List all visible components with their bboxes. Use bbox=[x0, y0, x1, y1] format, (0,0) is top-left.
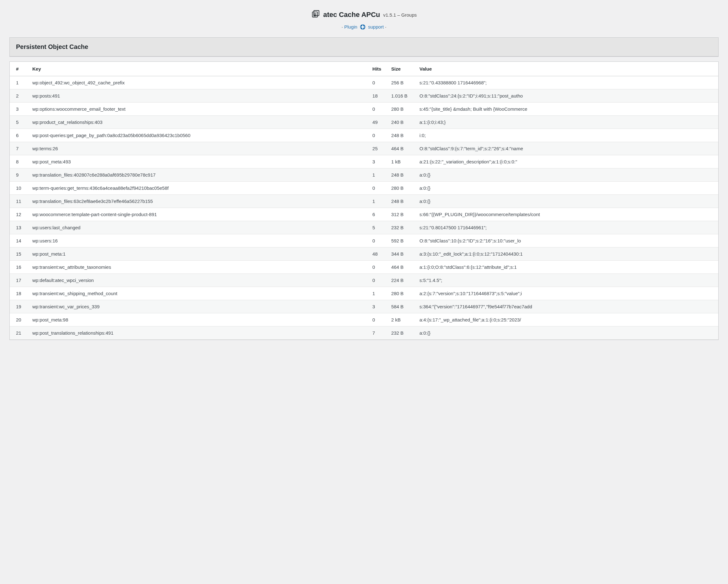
table-row: 9wp:translation_files:402807c6e288a0af69… bbox=[10, 168, 718, 182]
cell-num: 10 bbox=[10, 182, 29, 195]
cell-key: wp:woocommerce:template-part-content-sin… bbox=[29, 208, 369, 221]
cell-hits: 5 bbox=[369, 221, 388, 234]
cell-key: wp:post_meta:98 bbox=[29, 313, 369, 326]
cell-num: 21 bbox=[10, 326, 29, 340]
svg-rect-0 bbox=[312, 12, 317, 17]
cell-num: 11 bbox=[10, 195, 29, 208]
cell-value: i:0; bbox=[416, 129, 718, 142]
cell-key: wp:transient:wc_shipping_method_count bbox=[29, 287, 369, 300]
cell-size: 240 B bbox=[388, 116, 416, 129]
cell-size: 224 B bbox=[388, 274, 416, 287]
cell-size: 248 B bbox=[388, 168, 416, 182]
separator: · bbox=[342, 24, 343, 29]
cell-hits: 0 bbox=[369, 103, 388, 116]
table-row: 6wp:post-queries:get_page_by_path:0a8cd2… bbox=[10, 129, 718, 142]
cell-size: 280 B bbox=[388, 103, 416, 116]
col-header-num: # bbox=[10, 62, 29, 76]
cell-value: O:8:"stdClass":9:{s:7:"term_id";s:2:"26"… bbox=[416, 142, 718, 155]
cell-num: 7 bbox=[10, 142, 29, 155]
cell-key: wp:term-queries:get_terms:436c6a4ceaa88e… bbox=[29, 182, 369, 195]
plugin-link[interactable]: Plugin bbox=[344, 24, 357, 29]
cell-value: s:21:"0.80147500 1716446961"; bbox=[416, 221, 718, 234]
cell-hits: 1 bbox=[369, 287, 388, 300]
cell-num: 6 bbox=[10, 129, 29, 142]
cell-value: s:364:"{"version":"1716446977","f9e544f7… bbox=[416, 300, 718, 313]
cell-num: 2 bbox=[10, 89, 29, 103]
table-row: 14wp:users:160592 BO:8:"stdClass":10:{s:… bbox=[10, 234, 718, 247]
atec-logo-icon bbox=[311, 9, 320, 20]
cell-key: wp:translation_files:63c2ef8ae6e3c2b7eff… bbox=[29, 195, 369, 208]
table-row: 5wp:product_cat_relationships:40349240 B… bbox=[10, 116, 718, 129]
cell-hits: 6 bbox=[369, 208, 388, 221]
cell-key: wp:default:atec_wpci_version bbox=[29, 274, 369, 287]
cell-key: wp:posts:491 bbox=[29, 89, 369, 103]
cell-num: 17 bbox=[10, 274, 29, 287]
cell-value: a:0:{} bbox=[416, 326, 718, 340]
cell-size: 248 B bbox=[388, 129, 416, 142]
cell-value: a:1:{i:0;O:8:"stdClass":6:{s:12:"attribu… bbox=[416, 261, 718, 274]
cell-key: wp:options:woocommerce_email_footer_text bbox=[29, 103, 369, 116]
support-icon bbox=[360, 24, 366, 31]
cell-value: a:1:{i:0;i:43;} bbox=[416, 116, 718, 129]
col-header-key: Key bbox=[29, 62, 369, 76]
cell-num: 12 bbox=[10, 208, 29, 221]
cell-num: 1 bbox=[10, 76, 29, 89]
table-row: 1wp:object_492:wc_object_492_cache_prefi… bbox=[10, 76, 718, 89]
table-row: 12wp:woocommerce:template-part-content-s… bbox=[10, 208, 718, 221]
cell-size: 464 B bbox=[388, 261, 416, 274]
cache-table-wrap: # Key Hits Size Value 1wp:object_492:wc_… bbox=[9, 61, 719, 340]
cell-num: 18 bbox=[10, 287, 29, 300]
cell-value: s:66:"{{WP_PLUGIN_DIR}}/woocommerce/temp… bbox=[416, 208, 718, 221]
table-header-row: # Key Hits Size Value bbox=[10, 62, 718, 76]
separator: · bbox=[385, 24, 386, 29]
cell-hits: 0 bbox=[369, 234, 388, 247]
table-row: 2wp:posts:491181.016 BO:8:"stdClass":24:… bbox=[10, 89, 718, 103]
cell-value: s:21:"0.43388800 1716446968"; bbox=[416, 76, 718, 89]
cell-key: wp:translation_files:402807c6e288a0af695… bbox=[29, 168, 369, 182]
table-row: 7wp:terms:2625464 BO:8:"stdClass":9:{s:7… bbox=[10, 142, 718, 155]
cache-table: # Key Hits Size Value 1wp:object_492:wc_… bbox=[10, 62, 718, 340]
cell-value: a:2:{s:7:"version";s:10:"1716446873";s:5… bbox=[416, 287, 718, 300]
cell-value: a:3:{s:10:"_edit_lock";a:1:{i:0;s:12:"17… bbox=[416, 247, 718, 261]
cell-hits: 48 bbox=[369, 247, 388, 261]
cell-key: wp:product_cat_relationships:403 bbox=[29, 116, 369, 129]
cell-num: 15 bbox=[10, 247, 29, 261]
cell-num: 13 bbox=[10, 221, 29, 234]
cell-size: 312 B bbox=[388, 208, 416, 221]
cell-hits: 0 bbox=[369, 76, 388, 89]
cell-key: wp:post_meta:493 bbox=[29, 155, 369, 168]
cell-hits: 3 bbox=[369, 300, 388, 313]
cell-value: s:45:"{site_title} &mdash; Built with {W… bbox=[416, 103, 718, 116]
cell-size: 1.016 B bbox=[388, 89, 416, 103]
cell-value: a:21:{s:22:"_variation_description";a:1:… bbox=[416, 155, 718, 168]
cell-hits: 0 bbox=[369, 129, 388, 142]
cell-hits: 1 bbox=[369, 195, 388, 208]
cell-hits: 0 bbox=[369, 261, 388, 274]
panel-header: Persistent Object Cache bbox=[10, 37, 718, 56]
cell-key: wp:post_translations_relationships:491 bbox=[29, 326, 369, 340]
cell-key: wp:transient:wc_var_prices_339 bbox=[29, 300, 369, 313]
cell-size: 280 B bbox=[388, 182, 416, 195]
table-row: 16wp:transient:wc_attribute_taxonomies04… bbox=[10, 261, 718, 274]
cell-hits: 0 bbox=[369, 182, 388, 195]
cell-hits: 49 bbox=[369, 116, 388, 129]
cell-hits: 0 bbox=[369, 313, 388, 326]
table-row: 17wp:default:atec_wpci_version0224 Bs:5:… bbox=[10, 274, 718, 287]
svg-point-6 bbox=[362, 26, 364, 28]
cell-value: a:4:{s:17:"_wp_attached_file";a:1:{i:0;s… bbox=[416, 313, 718, 326]
title-text: atec Cache APCu bbox=[323, 11, 380, 19]
cell-hits: 0 bbox=[369, 274, 388, 287]
cell-num: 8 bbox=[10, 155, 29, 168]
table-row: 20wp:post_meta:9802 kBa:4:{s:17:"_wp_att… bbox=[10, 313, 718, 326]
page-title: atec Cache APCu v1.5.1 – Groups bbox=[311, 9, 417, 20]
cell-size: 232 B bbox=[388, 326, 416, 340]
cell-num: 19 bbox=[10, 300, 29, 313]
cell-value: s:5:"1.4.5"; bbox=[416, 274, 718, 287]
panel-title: Persistent Object Cache bbox=[16, 43, 712, 51]
cell-size: 232 B bbox=[388, 221, 416, 234]
support-link[interactable]: support bbox=[368, 24, 384, 29]
cell-size: 256 B bbox=[388, 76, 416, 89]
table-row: 10wp:term-queries:get_terms:436c6a4ceaa8… bbox=[10, 182, 718, 195]
cell-size: 2 kB bbox=[388, 313, 416, 326]
cell-key: wp:post_meta:1 bbox=[29, 247, 369, 261]
